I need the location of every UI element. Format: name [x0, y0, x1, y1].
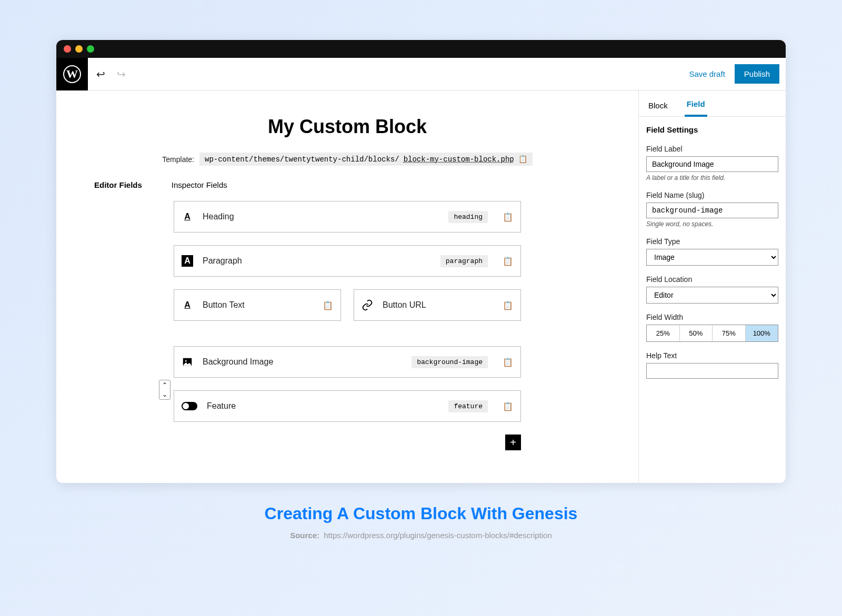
settings-sidebar: Block Field Field Settings Field Label A… — [638, 90, 786, 483]
template-path-dir: wp-content/themes/twentytwenty-child/blo… — [205, 155, 399, 164]
width-100[interactable]: 100% — [745, 325, 778, 341]
publish-button[interactable]: Publish — [735, 64, 779, 84]
save-draft-button[interactable]: Save draft — [689, 69, 734, 78]
width-25[interactable]: 25% — [647, 325, 679, 341]
field-label: Button URL — [383, 300, 488, 310]
field-name-group: Field Name (slug) Single word, no spaces… — [646, 191, 778, 228]
field-label: Feature — [207, 401, 439, 411]
wordpress-icon: W — [63, 65, 81, 83]
undo-button[interactable]: ↩ — [96, 68, 105, 80]
caption-title: Creating A Custom Block With Genesis — [265, 504, 578, 523]
add-field-button[interactable]: + — [505, 435, 521, 450]
redo-button[interactable]: ↪ — [117, 68, 126, 80]
field-type-select[interactable]: Image — [646, 249, 778, 266]
tab-field[interactable]: Field — [685, 99, 707, 117]
move-up-button[interactable]: ⌃ — [159, 380, 170, 390]
copy-icon[interactable]: 📋 — [503, 300, 513, 310]
copy-icon[interactable]: 📋 — [503, 212, 513, 222]
text-icon: A — [182, 211, 193, 223]
source-label: Source: — [290, 531, 319, 540]
main-editor-pane: My Custom Block Template: wp-content/the… — [56, 90, 638, 483]
field-label-help: A label or a title for this field. — [646, 174, 778, 181]
field-row-paragraph[interactable]: A Paragraph paragraph 📋 — [174, 245, 521, 277]
link-icon — [362, 299, 373, 311]
field-row-button-text[interactable]: A Button Text 📋 — [174, 289, 341, 321]
width-75[interactable]: 75% — [712, 325, 745, 341]
fields-list: ⌃ ⌄ A Heading heading 📋 A Paragraph para… — [174, 201, 521, 450]
source-url: https://wordpress.org/plugins/genesis-cu… — [324, 531, 552, 540]
field-slug-badge: background-image — [412, 356, 488, 368]
field-label: Button Text — [203, 300, 308, 310]
field-location-label: Field Location — [646, 275, 778, 284]
editor-toolbar: W ↩ ↪ Save draft Publish — [56, 58, 786, 90]
field-name-label: Field Name (slug) — [646, 191, 778, 199]
field-type-label: Field Type — [646, 237, 778, 246]
copy-icon[interactable]: 📋 — [503, 357, 513, 367]
width-choices: 25% 50% 75% 100% — [646, 325, 778, 342]
field-slug-badge: feature — [448, 400, 488, 412]
template-row: Template: wp-content/themes/twentytwenty… — [72, 153, 623, 166]
field-label: Paragraph — [203, 256, 431, 266]
template-path-file: block-my-custom-block.php — [404, 155, 514, 164]
field-type-group: Field Type Image — [646, 237, 778, 266]
image-icon — [182, 356, 193, 368]
maximize-window-dot[interactable] — [87, 45, 94, 53]
field-row-background-image[interactable]: Background Image background-image 📋 — [174, 346, 521, 378]
field-label-label: Field Label — [646, 145, 778, 153]
field-label: Heading — [203, 212, 439, 221]
field-slug-badge: paragraph — [440, 255, 488, 267]
help-text-input[interactable] — [646, 363, 778, 379]
field-width-label: Field Width — [646, 313, 778, 321]
move-down-button[interactable]: ⌄ — [159, 390, 170, 399]
paragraph-icon: A — [182, 255, 193, 267]
width-50[interactable]: 50% — [679, 325, 713, 341]
reorder-controls: ⌃ ⌄ — [159, 380, 171, 400]
copy-template-icon[interactable]: 📋 — [518, 155, 527, 164]
toggle-icon — [182, 402, 197, 410]
field-label: Background Image — [203, 357, 402, 367]
sidebar-body: Field Settings Field Label A label or a … — [639, 117, 786, 397]
help-text-label: Help Text — [646, 351, 778, 360]
history-controls: ↩ ↪ — [88, 68, 126, 80]
close-window-dot[interactable] — [64, 45, 71, 53]
copy-icon[interactable]: 📋 — [503, 256, 513, 266]
inspector-fields-tab[interactable]: Inspector Fields — [172, 180, 227, 189]
field-row-feature[interactable]: Feature feature 📋 — [174, 390, 521, 422]
field-location-select[interactable]: Editor — [646, 287, 778, 304]
field-label-input[interactable] — [646, 156, 778, 172]
field-location-group: Field Location Editor — [646, 275, 778, 304]
tab-block[interactable]: Block — [646, 101, 670, 116]
browser-window: W ↩ ↪ Save draft Publish My Custom Block… — [56, 40, 786, 483]
wordpress-logo[interactable]: W — [56, 58, 88, 90]
editor-fields-tab[interactable]: Editor Fields — [94, 180, 142, 189]
copy-icon[interactable]: 📋 — [503, 401, 513, 411]
field-width-group: Field Width 25% 50% 75% 100% — [646, 313, 778, 342]
svg-point-1 — [185, 360, 187, 362]
block-title[interactable]: My Custom Block — [72, 116, 623, 138]
field-row-button-url[interactable]: Button URL 📋 — [354, 289, 521, 321]
field-label-group: Field Label A label or a title for this … — [646, 145, 778, 181]
template-label: Template: — [162, 155, 194, 164]
minimize-window-dot[interactable] — [75, 45, 83, 53]
field-location-tabs: Editor Fields Inspector Fields — [94, 180, 623, 189]
content-area: My Custom Block Template: wp-content/the… — [56, 90, 786, 483]
settings-heading: Field Settings — [646, 125, 778, 134]
copy-icon[interactable]: 📋 — [323, 300, 333, 310]
field-name-input[interactable] — [646, 203, 778, 218]
window-titlebar — [56, 40, 786, 58]
template-path: wp-content/themes/twentytwenty-child/blo… — [199, 153, 533, 166]
field-slug-badge: heading — [448, 211, 488, 223]
text-icon: A — [182, 299, 193, 311]
sidebar-tabs: Block Field — [639, 90, 786, 117]
field-name-help: Single word, no spaces. — [646, 220, 778, 228]
caption-source: Source: https://wordpress.org/plugins/ge… — [290, 531, 552, 540]
help-text-group: Help Text — [646, 351, 778, 379]
field-row-heading[interactable]: A Heading heading 📋 — [174, 201, 521, 233]
